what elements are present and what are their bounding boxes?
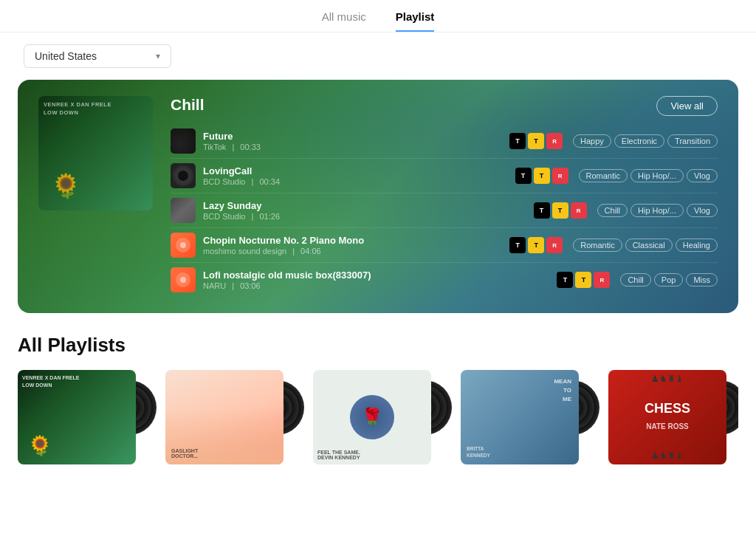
featured-banner: View all VENREE X DAN FRELELOW DOWN 🌻 Ch… [18, 80, 738, 313]
list-item[interactable]: 🌹 FEEL THE SAME.DEVIN KENNEDY [313, 370, 452, 466]
track-meta: NARU | 03:06 [203, 281, 546, 290]
region-label: United States [35, 50, 97, 62]
playlist-grid: VENREE X DAN FRELELOW DOWN 🌻 GASLIGHTDOC… [18, 370, 738, 466]
track-info: Future TikTok | 00:33 [203, 131, 499, 151]
track-name: Lofi nostalgic old music box(833007) [203, 270, 546, 281]
tunecore-icon[interactable]: T [552, 202, 568, 219]
table-row[interactable]: LovingCall BCD Studio | 00:34 T T R Roma… [171, 159, 718, 193]
track-duration: 00:33 [240, 143, 261, 151]
tiktok-icon[interactable]: T [557, 272, 573, 288]
distrokid-icon[interactable]: R [552, 168, 568, 184]
tag: Chill [597, 204, 628, 217]
track-source: TikTok [203, 143, 226, 151]
top-nav: All music Playlist [0, 0, 756, 32]
table-row[interactable]: Lazy Sunday BCD Studio | 01:26 T T R Chi… [171, 193, 718, 228]
tunecore-icon[interactable]: T [575, 272, 591, 288]
tiktok-icon[interactable]: T [509, 237, 526, 253]
track-name: Chopin Nocturne No. 2 Piano Mono [203, 235, 499, 246]
track-thumbnail [171, 233, 196, 258]
track-name: LovingCall [203, 165, 505, 176]
nav-playlist[interactable]: Playlist [396, 10, 435, 32]
tag: Healing [676, 239, 718, 252]
tag: Pop [654, 273, 684, 287]
track-thumbnail [171, 163, 196, 188]
tag: Hip Hop/... [630, 204, 684, 217]
distrokid-icon[interactable]: R [594, 272, 610, 288]
track-thumbnail [171, 128, 196, 154]
view-all-button[interactable]: View all [656, 96, 718, 116]
tag: Miss [686, 273, 718, 287]
chevron-down-icon: ▾ [156, 51, 160, 61]
track-info: Lofi nostalgic old music box(833007) NAR… [203, 270, 546, 290]
platform-icons-group: T T R [509, 133, 563, 149]
tag: Hip Hop/... [630, 169, 684, 182]
platform-icons-group: T T R [557, 272, 610, 288]
tag: Happy [573, 134, 611, 148]
tunecore-icon[interactable]: T [534, 168, 550, 184]
tunecore-icon[interactable]: T [528, 237, 544, 253]
section-title: All Playlists [18, 334, 738, 357]
tag: Vlog [687, 204, 718, 217]
list-item[interactable]: GASLIGHTDOCTOR... [165, 370, 304, 466]
featured-album-art: VENREE X DAN FRELELOW DOWN 🌻 [38, 96, 153, 210]
tag-list: Chill Hip Hop/... Vlog [597, 204, 718, 217]
list-item[interactable]: ♟♞♜♝ CHESSNATE ROSS ♟♞♜♝ [608, 370, 738, 466]
nav-all-music[interactable]: All music [322, 10, 366, 32]
table-row[interactable]: Lofi nostalgic old music box(833007) NAR… [171, 263, 718, 297]
platform-icons-group: T T R [534, 202, 587, 219]
distrokid-icon[interactable]: R [546, 133, 563, 149]
tag-list: Chill Pop Miss [620, 273, 718, 287]
distrokid-icon[interactable]: R [546, 237, 563, 253]
region-selector[interactable]: United States ▾ [24, 44, 171, 68]
tiktok-icon[interactable]: T [509, 133, 526, 149]
tunecore-icon[interactable]: T [528, 133, 544, 149]
track-info: Chopin Nocturne No. 2 Piano Mono moshimo… [203, 235, 499, 255]
tiktok-icon[interactable]: T [515, 168, 532, 184]
table-row[interactable]: Future TikTok | 00:33 T T R Happy Electr… [171, 124, 718, 159]
list-item[interactable]: MEANTOME BRITTAKENNEDY [461, 370, 599, 466]
playlist-art-chess: ♟♞♜♝ CHESSNATE ROSS ♟♞♜♝ [608, 370, 726, 464]
platform-icons-group: T T R [515, 168, 568, 184]
playlist-art-lowdown: VENREE X DAN FRELELOW DOWN 🌻 [18, 370, 136, 464]
tag: Electronic [614, 134, 664, 148]
table-row[interactable]: Chopin Nocturne No. 2 Piano Mono moshimo… [171, 228, 718, 263]
track-info: Lazy Sunday BCD Studio | 01:26 [203, 200, 523, 221]
playlist-art-mean: MEANTOME BRITTAKENNEDY [461, 370, 579, 464]
tag: Chill [620, 273, 650, 287]
tiktok-icon[interactable]: T [534, 202, 550, 219]
playlist-art-rose: 🌹 FEEL THE SAME.DEVIN KENNEDY [313, 370, 431, 464]
tag: Romantic [579, 169, 628, 182]
tag-list: Romantic Hip Hop/... Vlog [579, 169, 718, 182]
all-playlists-section: All Playlists VENREE X DAN FRELELOW DOWN… [0, 313, 756, 481]
track-thumbnail [171, 267, 196, 292]
track-meta: BCD Studio | 01:26 [203, 212, 523, 221]
track-info: LovingCall BCD Studio | 00:34 [203, 165, 505, 186]
list-item[interactable]: VENREE X DAN FRELELOW DOWN 🌻 [18, 370, 157, 466]
tag-list: Happy Electronic Transition [573, 134, 718, 148]
track-name: Lazy Sunday [203, 200, 523, 211]
track-thumbnail [171, 198, 196, 223]
track-meta: TikTok | 00:33 [203, 143, 499, 151]
playlist-art-gaslight: GASLIGHTDOCTOR... [165, 370, 284, 464]
tag: Vlog [687, 169, 718, 182]
tag: Transition [667, 134, 718, 148]
tag: Romantic [573, 239, 622, 252]
region-bar: United States ▾ [0, 32, 756, 80]
track-meta: BCD Studio | 00:34 [203, 177, 505, 186]
distrokid-icon[interactable]: R [571, 202, 587, 219]
track-meta: moshimo sound design | 04:06 [203, 247, 499, 255]
track-list: Chill Future TikTok | 00:33 T T [171, 96, 718, 297]
platform-icons-group: T T R [509, 237, 563, 253]
featured-title: Chill [171, 96, 718, 114]
tag-list: Romantic Classical Healing [573, 239, 718, 252]
tag: Classical [625, 239, 673, 252]
track-name: Future [203, 131, 499, 142]
